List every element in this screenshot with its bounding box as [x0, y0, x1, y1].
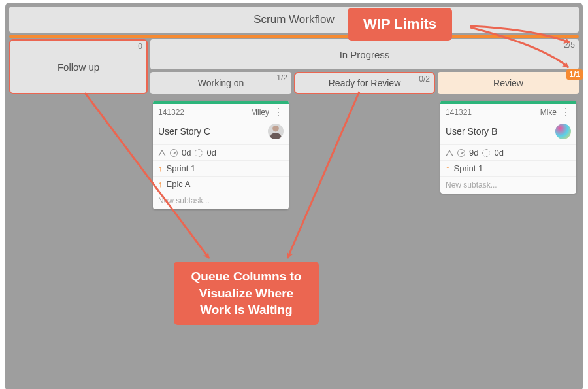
column-label: In Progress [340, 49, 390, 60]
more-icon[interactable]: ⋮ [561, 109, 571, 116]
link-arrow-icon: ↑ [158, 179, 163, 189]
card-link[interactable]: ↑ Epic A [153, 176, 289, 192]
card-assignee: Mike [540, 108, 557, 117]
columns-row: Follow up 0 In Progress 2/5 Working on 1… [7, 39, 581, 94]
card-header: 141322 Miley ⋮ [153, 104, 289, 120]
subcolumns-row: Working on 1/2 Ready for Review 0/2 Revi… [150, 72, 579, 94]
column-body-workingon[interactable]: 141322 Miley ⋮ User Story C 0d 0d ↑ [150, 97, 291, 389]
subcolumn-review[interactable]: Review 1/1 [438, 72, 579, 94]
card-title-row: User Story C [153, 120, 289, 144]
annotation-queue-columns: Queue Columns to Visualize Where Work is… [174, 262, 319, 325]
time-lead: 0d [494, 148, 503, 158]
annotation-text: Queue Columns to Visualize Where Work is… [191, 269, 302, 316]
clock-icon [170, 149, 178, 157]
avatar[interactable] [268, 124, 284, 139]
more-icon[interactable]: ⋮ [273, 109, 284, 116]
subcolumn-readyreview[interactable]: Ready for Review 0/2 [294, 72, 435, 94]
subtask-placeholder: New subtask... [158, 196, 210, 205]
link-arrow-icon: ↑ [158, 163, 163, 173]
kanban-board: Scrum Workflow Follow up 0 In Progress 2… [5, 3, 583, 389]
board-accent [9, 35, 579, 38]
link-label: Sprint 1 [167, 163, 196, 173]
link-label: Epic A [167, 179, 191, 189]
column-inprogress[interactable]: In Progress 2/5 [150, 39, 579, 69]
card-metrics: 9d 0d [440, 144, 576, 160]
time-lead: 0d [206, 148, 216, 158]
dashed-clock-icon [195, 149, 203, 157]
columns-body-row: 141322 Miley ⋮ User Story C 0d 0d ↑ [7, 97, 581, 389]
wip-limit: 1/2 [276, 73, 287, 82]
priority-icon [158, 150, 166, 156]
wip-limit: 0 [138, 42, 142, 51]
annotation-text: WIP Limits [363, 16, 436, 32]
annotation-wip-limits: WIP Limits [348, 8, 452, 41]
subtask-input[interactable]: New subtask... [440, 176, 576, 194]
card-id: 141322 [158, 108, 184, 117]
clock-icon [457, 149, 465, 157]
column-label: Review [493, 78, 523, 88]
card-header: 141321 Mike ⋮ [440, 104, 576, 120]
column-followup[interactable]: Follow up 0 [9, 39, 148, 94]
card-link[interactable]: ↑ Sprint 1 [153, 160, 289, 176]
board-title-text: Scrum Workflow [253, 13, 334, 26]
card-title-row: User Story B [440, 120, 576, 144]
link-arrow-icon: ↑ [446, 163, 450, 173]
column-inprogress-group: In Progress 2/5 Working on 1/2 Ready for… [150, 39, 579, 94]
card-title: User Story B [446, 126, 497, 137]
time-cycle: 9d [469, 148, 478, 158]
subtask-input[interactable]: New subtask... [153, 192, 289, 209]
column-label: Follow up [57, 61, 99, 73]
link-label: Sprint 1 [454, 163, 483, 173]
wip-limit-full: 1/1 [566, 69, 583, 80]
subcolumn-workingon[interactable]: Working on 1/2 [150, 72, 291, 94]
column-body-readyreview[interactable] [294, 97, 435, 389]
column-label: Ready for Review [329, 78, 401, 88]
card-id: 141321 [446, 108, 472, 117]
card-metrics: 0d 0d [153, 144, 289, 160]
column-body-followup[interactable] [9, 97, 148, 389]
card-assignee: Miley [251, 108, 269, 117]
card-title: User Story C [158, 126, 210, 137]
dashed-clock-icon [482, 149, 490, 157]
time-cycle: 0d [182, 148, 191, 158]
column-label: Working on [198, 78, 244, 88]
card[interactable]: 141321 Mike ⋮ User Story B 9d 0d ↑ [440, 101, 576, 194]
card-link[interactable]: ↑ Sprint 1 [440, 160, 576, 176]
wip-limit: 2/5 [564, 41, 575, 50]
wip-limit: 0/2 [419, 75, 430, 84]
column-body-review[interactable]: 141321 Mike ⋮ User Story B 9d 0d ↑ [438, 97, 579, 389]
priority-icon [446, 150, 453, 156]
board-title: Scrum Workflow [9, 7, 579, 33]
subtask-placeholder: New subtask... [446, 180, 497, 190]
card[interactable]: 141322 Miley ⋮ User Story C 0d 0d ↑ [153, 101, 289, 209]
avatar[interactable] [555, 124, 571, 139]
